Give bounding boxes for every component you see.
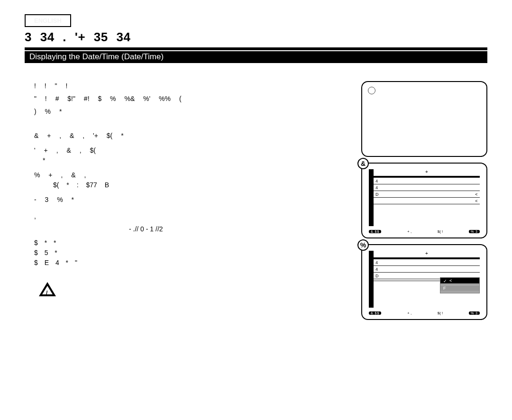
step-2-sub: * xyxy=(43,155,348,165)
menu-row[interactable]: 4 xyxy=(374,266,480,273)
menu-row-value: < xyxy=(475,199,478,203)
footer-pill: % 3 xyxy=(469,230,480,233)
menu-row-label: 4 xyxy=(375,179,378,183)
menu-row-label: D xyxy=(375,192,379,197)
note-line: $ 5 * xyxy=(34,248,348,258)
step-badge: % xyxy=(357,239,369,251)
footer-text: + , xyxy=(407,229,411,234)
menu-row-label: 4 xyxy=(375,185,378,190)
warning-icon: / xyxy=(39,282,56,296)
menu-title: + xyxy=(374,251,480,256)
lcd-screen-menu-popup: + 4 4 D xyxy=(361,244,487,320)
menu-row-label: 4 xyxy=(375,260,378,265)
dropdown-option[interactable] xyxy=(440,292,479,293)
footer-pill: % 3 xyxy=(469,311,480,315)
menu-row-label: 4 xyxy=(375,267,378,272)
menu-side-tabs xyxy=(369,251,374,308)
sun-icon xyxy=(368,87,375,94)
step-3-text: % + , & , xyxy=(34,171,86,179)
menu-row-label: D xyxy=(375,274,379,278)
step-2: ' + , & , $( * xyxy=(34,146,348,165)
title-rule xyxy=(25,47,487,50)
note-line: $ * * xyxy=(34,238,348,248)
footer-pill: &.$$ xyxy=(369,311,381,315)
menu-row[interactable]: 4 xyxy=(374,178,480,184)
step-4: - 3 % * xyxy=(34,195,348,205)
body-line: ) % * xyxy=(34,107,348,117)
step-badge: & xyxy=(357,158,369,169)
warning-glyph: / xyxy=(46,289,47,297)
page-title: 3 34 . '+ 35 34 xyxy=(25,30,487,45)
menu-row[interactable]: 4 xyxy=(374,259,480,266)
check-icon xyxy=(443,279,448,283)
menu-footer: &.$$ + , $( ! % 3 xyxy=(369,311,480,315)
note-line: $ E 4 * " xyxy=(34,258,348,268)
dropdown-option[interactable]: < xyxy=(440,278,479,284)
lcd-screen-menu: + 4 4 D xyxy=(361,163,487,238)
dropdown-popup: < F xyxy=(440,277,480,293)
lcd-screen-blank xyxy=(361,81,487,157)
body-line: ! ! " ! xyxy=(34,81,348,91)
menu-row[interactable]: 4 xyxy=(374,184,480,191)
option-label: < xyxy=(449,278,452,283)
notes-heading: , xyxy=(34,211,348,221)
step-3-sub: $( * : $77 B xyxy=(53,180,348,190)
body-line: " ! # $!" #! $ % %& %' %% ( xyxy=(34,94,348,104)
off-values: - .// 0 - 1 //2 xyxy=(129,224,348,234)
section-heading: Displaying the Date/Time (Date/Time) xyxy=(25,51,487,63)
footer-text: + , xyxy=(407,311,411,315)
menu-title: + xyxy=(374,169,480,174)
menu-row[interactable]: D < xyxy=(374,191,480,198)
option-label: F xyxy=(443,286,446,291)
footer-pill: &.$$ xyxy=(369,230,381,233)
dropdown-option[interactable]: F xyxy=(440,285,479,292)
footer-text: $( ! xyxy=(438,311,443,315)
menu-row[interactable]: < xyxy=(374,198,480,204)
step-1: & + , & , '+ $( * xyxy=(34,131,348,141)
menu-row-value: < xyxy=(475,192,478,197)
menu-side-tabs xyxy=(369,169,374,226)
step-3: % + , & , $( * : $77 B xyxy=(34,170,348,190)
language-tag: ENGLISH xyxy=(25,14,71,27)
screenshots-column: & + 4 4 xyxy=(361,81,487,320)
footer-text: $( ! xyxy=(438,229,443,234)
menu-footer: &.$$ + , $( ! % 3 xyxy=(369,229,480,234)
main-content: ! ! " ! " ! # $!" #! $ % %& %' %% ( ) % xyxy=(25,81,348,320)
step-2-text: ' + , & , $( xyxy=(34,146,96,154)
